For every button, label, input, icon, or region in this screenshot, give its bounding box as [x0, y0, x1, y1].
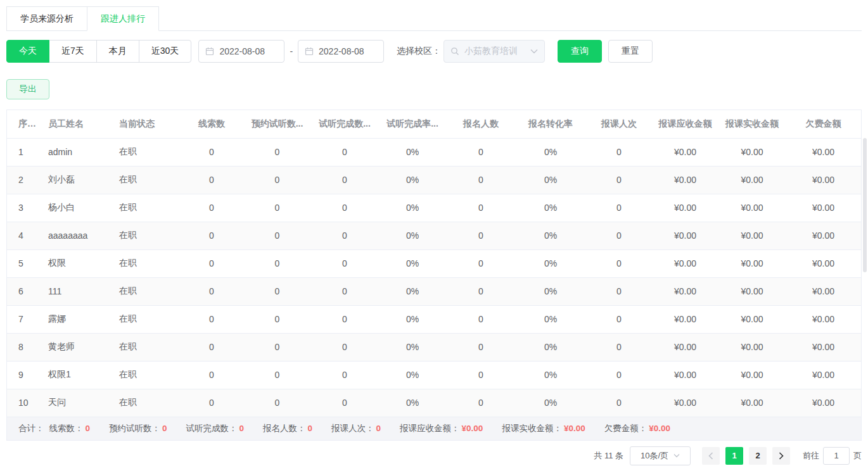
table-row[interactable]: 10天问在职0000%00%0¥0.00¥0.00¥0.00 — [7, 389, 861, 417]
pager-pages: 12 — [725, 447, 767, 465]
table-cell: 0% — [515, 138, 586, 166]
table-cell: 0% — [515, 333, 586, 361]
quick-range-today[interactable]: 今天 — [6, 40, 49, 63]
table-cell: 0 — [586, 194, 652, 222]
reset-button[interactable]: 重置 — [608, 40, 653, 63]
table-cell: ¥0.00 — [652, 277, 718, 305]
table-cell: ¥0.00 — [786, 222, 861, 249]
summary-item: 报课人次：0 — [331, 423, 381, 434]
table-cell: 0 — [311, 333, 378, 361]
table-cell: 0 — [586, 277, 652, 305]
table-cell: 0% — [378, 194, 447, 222]
table-cell: 在职 — [113, 222, 180, 249]
quick-range-last30days[interactable]: 近30天 — [139, 40, 192, 63]
export-button[interactable]: 导出 — [6, 79, 49, 99]
pagination-bar: 共 11 条 10条/页 12 — [6, 446, 862, 465]
prev-page-button[interactable] — [702, 447, 720, 465]
table-cell: 0 — [311, 194, 378, 222]
table-cell: 0 — [180, 194, 243, 222]
tab-follow-up-ranking[interactable]: 跟进人排行 — [87, 6, 159, 31]
page-button-2[interactable]: 2 — [749, 447, 767, 465]
table-cell: 0% — [378, 222, 447, 249]
table-cell: 0% — [515, 277, 586, 305]
table-cell: 111 — [42, 277, 113, 305]
table-cell: 在职 — [113, 389, 180, 417]
table-cell: 0% — [378, 305, 447, 333]
table-cell: 权限1 — [42, 361, 113, 389]
table-cell: 0% — [515, 222, 586, 249]
page-size-select[interactable]: 10条/页 — [630, 446, 691, 465]
pager: 12 — [702, 447, 790, 465]
table-cell: 0% — [378, 389, 447, 417]
table-cell: 0 — [180, 389, 243, 417]
table-row[interactable]: 4aaaaaaaa在职0000%00%0¥0.00¥0.00¥0.00 — [7, 222, 861, 249]
table-cell: 0 — [243, 277, 311, 305]
start-date-input[interactable] — [219, 46, 278, 56]
column-header: 欠费金额 — [786, 110, 861, 138]
table-row[interactable]: 6111在职0000%00%0¥0.00¥0.00¥0.00 — [7, 277, 861, 305]
table-row[interactable]: 9权限1在职0000%00%0¥0.00¥0.00¥0.00 — [7, 361, 861, 389]
table-cell: 刘小磊 — [42, 166, 113, 194]
table-cell: 0 — [447, 138, 515, 166]
table-cell: ¥0.00 — [718, 333, 786, 361]
column-header: 试听完成数... — [311, 110, 378, 138]
quick-range-last7days[interactable]: 近7天 — [49, 40, 97, 63]
table-row[interactable]: 8黄老师在职0000%00%0¥0.00¥0.00¥0.00 — [7, 333, 861, 361]
table-cell: 0 — [311, 277, 378, 305]
table-cell: 杨小白 — [42, 194, 113, 222]
table-cell: 0 — [243, 138, 311, 166]
goto-label: 前往 — [803, 450, 819, 462]
table-cell: 10 — [7, 389, 42, 417]
page-button-1[interactable]: 1 — [725, 447, 743, 465]
tab-bar: 学员来源分析跟进人排行 — [6, 6, 862, 31]
table-cell: 9 — [7, 361, 42, 389]
table-cell: 0% — [378, 361, 447, 389]
table-cell: ¥0.00 — [652, 166, 718, 194]
table-cell: 1 — [7, 138, 42, 166]
table-cell: 4 — [7, 222, 42, 249]
table-row[interactable]: 5权限在职0000%00%0¥0.00¥0.00¥0.00 — [7, 249, 861, 277]
table-cell: ¥0.00 — [786, 194, 861, 222]
table-cell: 0% — [378, 333, 447, 361]
summary-item: 线索数：0 — [49, 423, 91, 434]
table-cell: 0 — [447, 249, 515, 277]
table-cell: 0 — [447, 166, 515, 194]
scrollbar-thumb[interactable] — [863, 138, 867, 272]
table-cell: ¥0.00 — [786, 389, 861, 417]
table-cell: 0 — [243, 389, 311, 417]
table-cell: ¥0.00 — [652, 305, 718, 333]
summary-prefix: 合计： — [18, 423, 44, 434]
table-cell: 0 — [311, 361, 378, 389]
table-cell: 3 — [7, 194, 42, 222]
start-date-picker[interactable] — [198, 40, 284, 63]
table-cell: 0 — [243, 166, 311, 194]
search-icon — [450, 47, 459, 56]
quick-range-this-month[interactable]: 本月 — [96, 40, 139, 63]
table-cell: 黄老师 — [42, 333, 113, 361]
table-cell: ¥0.00 — [786, 333, 861, 361]
table-cell: 0 — [447, 194, 515, 222]
chevron-down-icon — [530, 49, 538, 54]
ranking-table: 序号员工姓名当前状态线索数预约试听数...试听完成数...试听完成率...报名人… — [6, 110, 862, 441]
table-row[interactable]: 3杨小白在职0000%00%0¥0.00¥0.00¥0.00 — [7, 194, 861, 222]
table-cell: 0 — [586, 305, 652, 333]
table-cell: 在职 — [113, 277, 180, 305]
column-header: 预约试听数... — [243, 110, 311, 138]
query-button[interactable]: 查询 — [558, 40, 602, 63]
next-page-button[interactable] — [772, 447, 790, 465]
table-cell: 0% — [378, 166, 447, 194]
end-date-picker[interactable] — [298, 40, 384, 63]
goto-page-input[interactable] — [823, 447, 850, 465]
table-cell: aaaaaaaa — [42, 222, 113, 249]
tab-student-source-analysis[interactable]: 学员来源分析 — [6, 6, 87, 30]
table-cell: 0 — [243, 305, 311, 333]
table-row[interactable]: 7露娜在职0000%00%0¥0.00¥0.00¥0.00 — [7, 305, 861, 333]
table-cell: 0% — [515, 194, 586, 222]
table-cell: ¥0.00 — [652, 138, 718, 166]
campus-select[interactable]: 小茹教育培训 — [444, 40, 545, 63]
table-cell: 0 — [180, 166, 243, 194]
table-row[interactable]: 1admin在职0000%00%0¥0.00¥0.00¥0.00 — [7, 138, 861, 166]
table-cell: 0 — [180, 277, 243, 305]
end-date-input[interactable] — [319, 46, 377, 56]
table-row[interactable]: 2刘小磊在职0000%00%0¥0.00¥0.00¥0.00 — [7, 166, 861, 194]
